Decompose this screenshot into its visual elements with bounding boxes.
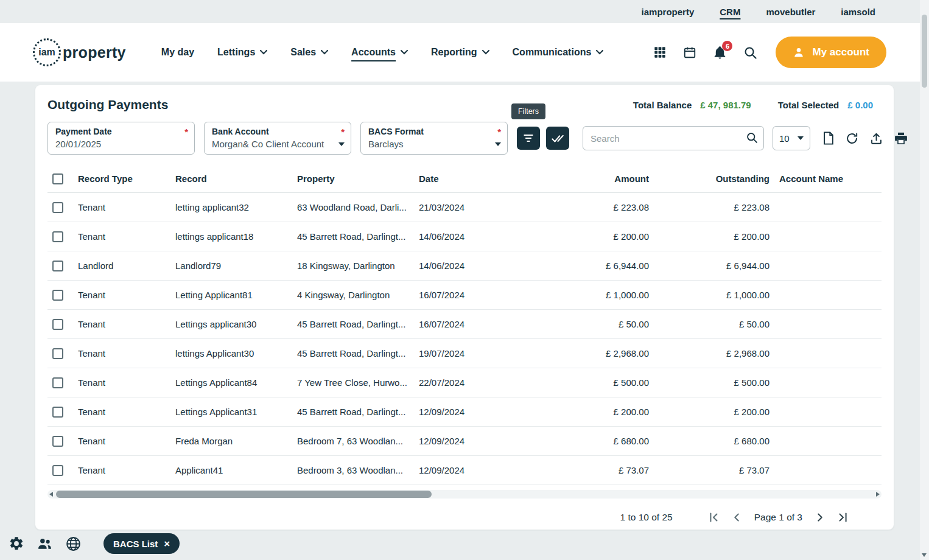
nav-my-day[interactable]: My day [161,47,194,58]
cell-property: 45 Barrett Road, Darlingt... [293,309,415,338]
vertical-scrollbar[interactable] [920,0,929,560]
cell-amount: £ 680.00 [482,426,651,455]
table-row[interactable]: Tenant lettings Applicant30 45 Barrett R… [47,338,882,368]
people-icon[interactable] [37,536,53,551]
nav-communications[interactable]: Communications [513,47,604,58]
top-link-iamproperty[interactable]: iamproperty [642,7,695,17]
gear-icon[interactable] [9,536,24,551]
search-input[interactable] [583,126,764,150]
horizontal-scrollbar-thumb[interactable] [56,491,432,498]
table-row[interactable]: Tenant Freda Morgan Bedroom 7, 63 Woodla… [47,426,882,455]
cell-amount: £ 73.07 [482,455,651,485]
scroll-left-arrow-icon[interactable] [49,492,53,497]
outgoing-payments-table: Record Type Record Property Date Amount … [47,166,882,485]
title-row: Outgoing Payments Total Balance £ 47, 98… [47,95,882,112]
cell-record: Lettings Applicant31 [172,397,293,426]
required-asterisk: * [341,127,345,137]
filter-lines-icon [522,132,535,144]
filters-button[interactable] [517,127,540,150]
apps-grid-icon[interactable] [653,46,667,59]
bacs-list-tab[interactable]: BACS List × [103,533,180,554]
logo-property-text: property [63,44,126,61]
cell-amount: £ 1,000.00 [482,280,651,309]
chevron-down-icon [338,142,345,146]
top-link-crm[interactable]: CRM [720,7,740,17]
row-checkbox[interactable] [52,377,63,388]
row-checkbox[interactable] [52,202,63,213]
table-row[interactable]: Tenant Applicant41 Bedroom 3, 63 Woodlan… [47,455,882,485]
search-icon[interactable] [746,131,758,144]
bacs-format-select[interactable]: BACS Format Barclays * [360,122,508,155]
refresh-icon[interactable] [846,132,858,145]
nav-label: My day [161,47,194,58]
page-size-select[interactable]: 10 [773,126,810,150]
total-selected-value: £ 0.00 [847,100,873,110]
payment-date-field[interactable]: Payment Date 20/01/2025 * [47,122,195,155]
totals-summary: Total Balance £ 47, 981.79 Total Selecte… [633,100,873,110]
cell-account-name [772,338,882,368]
upload-icon[interactable] [870,132,883,145]
globe-icon[interactable] [65,536,82,552]
cell-outstanding: £ 200.00 [651,397,772,426]
cell-amount: £ 6,944.00 [482,251,651,280]
row-checkbox[interactable] [52,436,63,447]
nav-reporting[interactable]: Reporting [431,47,489,58]
cell-date: 22/07/2024 [415,368,482,397]
nav-lettings[interactable]: Lettings [217,47,267,58]
cell-outstanding: £ 73.07 [651,455,772,485]
cell-account-name [772,397,882,426]
calendar-icon[interactable] [683,46,696,59]
horizontal-scrollbar[interactable] [47,490,882,499]
required-asterisk: * [184,127,188,137]
payment-date-value: 20/01/2025 [55,139,178,149]
scroll-down-arrow-icon[interactable] [922,553,927,557]
close-icon[interactable]: × [164,539,170,549]
row-checkbox[interactable] [52,348,63,359]
cell-property: 63 Woodland Road, Darli... [293,192,415,222]
table-row[interactable]: Tenant Lettings Applicant31 45 Barrett R… [47,397,882,426]
cell-date: 16/07/2024 [415,309,482,338]
row-checkbox[interactable] [52,465,63,476]
next-page-button[interactable] [813,511,827,524]
cell-record: Lettings applicant30 [172,309,293,338]
select-all-checkbox[interactable] [52,173,63,184]
cell-date: 14/06/2024 [415,222,482,251]
first-page-button[interactable] [707,511,720,524]
top-link-movebutler[interactable]: movebutler [766,7,815,17]
cell-amount: £ 223.08 [482,192,651,222]
search-icon[interactable] [743,46,757,60]
export-file-icon[interactable] [822,131,834,145]
row-checkbox[interactable] [52,407,63,418]
last-page-button[interactable] [836,511,850,524]
row-checkbox[interactable] [52,290,63,301]
row-checkbox[interactable] [52,261,63,271]
row-checkbox[interactable] [52,231,63,242]
required-asterisk: * [497,127,501,137]
bank-account-select[interactable]: Bank Account Morgan& Co Client Account * [204,122,351,155]
vertical-scrollbar-thumb[interactable] [922,15,927,88]
scroll-right-arrow-icon[interactable] [876,492,880,497]
nav-sales[interactable]: Sales [290,47,328,58]
table-row[interactable]: Tenant Lettings Applicant84 7 Yew Tree C… [47,368,882,397]
cell-account-name [772,192,882,222]
row-checkbox[interactable] [52,319,63,330]
approve-all-button[interactable] [546,127,569,150]
filters-button-wrap: Filters [517,127,540,150]
table-row[interactable]: Tenant lettings applicant18 45 Barrett R… [47,222,882,251]
col-record-type: Record Type [74,166,172,192]
total-selected-label: Total Selected [778,100,840,110]
cell-outstanding: £ 200.00 [651,222,772,251]
notifications-bell-icon[interactable]: 6 [713,45,727,60]
table-row[interactable]: Tenant Letting Applicant81 4 Kingsway, D… [47,280,882,309]
table-row[interactable]: Tenant letting applicant32 63 Woodland R… [47,192,882,222]
iamproperty-logo[interactable]: iam property [33,38,126,66]
table-row[interactable]: Tenant Lettings applicant30 45 Barrett R… [47,309,882,338]
chevron-down-icon [260,50,267,55]
my-account-button[interactable]: My account [776,37,886,68]
print-icon[interactable] [894,131,908,145]
top-link-iamsold[interactable]: iamsold [841,7,875,17]
nav-accounts[interactable]: Accounts [351,47,408,58]
nav-label: Reporting [431,47,477,58]
prev-page-button[interactable] [730,511,743,524]
table-row[interactable]: Landlord Landlord79 18 Kingsway, Darling… [47,251,882,280]
